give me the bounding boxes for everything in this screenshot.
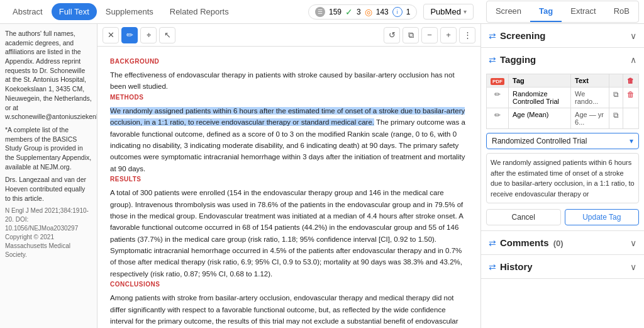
cancel-button[interactable]: Cancel	[486, 209, 561, 225]
screening-chevron-icon: ∨	[630, 31, 636, 41]
highlighted-text: We randomly assigned patients within 6 h…	[110, 107, 465, 126]
tag-dropdown[interactable]: Randomized Controlled Trial ▾	[486, 133, 639, 149]
row2-copy-icon[interactable]: ⧉	[609, 108, 623, 129]
tag-textarea[interactable]	[486, 153, 639, 203]
section-conclusions-text: Among patients with stroke from basilar-…	[110, 292, 468, 328]
zoom-in-tool[interactable]: +	[440, 27, 457, 43]
tagging-header[interactable]: ⇄ Tagging ∧	[481, 48, 644, 71]
tagging-refresh-icon: ⇄	[489, 55, 496, 65]
section-results-text: A total of 300 patients were enrolled (1…	[110, 187, 468, 280]
pencil-icon: ✏	[494, 111, 501, 120]
tagging-section: ⇄ Tagging ∧ PDF Tag Text	[481, 48, 644, 231]
trash-icon: 🗑	[627, 90, 635, 99]
tab-extract[interactable]: Extract	[562, 1, 604, 22]
top-nav: Abstract Full Text Supplements Related R…	[0, 0, 644, 24]
history-title: History	[500, 261, 533, 272]
col-copy	[609, 74, 623, 88]
stat-flagged-value: 1	[406, 8, 411, 16]
section-results: RESULTS A total of 300 patients were enr…	[110, 174, 468, 280]
right-panel-tabs: Screen Tag Extract RoB	[486, 1, 639, 23]
row1-copy-icon[interactable]: ⧉	[609, 88, 623, 108]
tag-table: PDF Tag Text 🗑 ✏ Randomize Controlled Tr…	[486, 74, 639, 129]
stat-total-value: 159	[329, 8, 341, 16]
section-methods-text: We randomly assigned patients within 6 h…	[110, 105, 468, 174]
zoom-out-tool[interactable]: −	[421, 27, 438, 43]
stat-pending-icon: ◎	[365, 7, 372, 17]
section-results-title: RESULTS	[110, 174, 468, 184]
comments-count-badge: (0)	[553, 239, 564, 248]
tab-supplements[interactable]: Supplements	[98, 3, 161, 20]
section-background-title: BACKGROUND	[110, 57, 468, 67]
copy-tool[interactable]: ⧉	[402, 27, 419, 43]
article-sidebar: The authors' full names, academic degree…	[0, 24, 97, 328]
col-pdf-icon: PDF	[487, 74, 509, 88]
comments-refresh-icon: ⇄	[489, 238, 496, 248]
section-conclusions: CONCLUSIONS Among patients with stroke f…	[110, 280, 468, 328]
tab-rob[interactable]: RoB	[605, 1, 638, 22]
trash-header-icon: 🗑	[627, 77, 634, 84]
pencil-icon: ✏	[494, 90, 501, 99]
row1-trash-icon[interactable]: 🗑	[623, 88, 639, 108]
comments-chevron-icon: ∨	[630, 238, 636, 248]
stat-pending-value: 143	[376, 8, 389, 16]
table-row: ✏ Randomize Controlled Trial We rando...…	[487, 88, 639, 108]
tab-related-reports[interactable]: Related Reports	[162, 3, 236, 20]
tab-screen[interactable]: Screen	[487, 1, 530, 22]
copy-icon: ⧉	[613, 111, 619, 120]
stat-checked-icon: ✓	[345, 7, 353, 17]
history-refresh-icon: ⇄	[489, 262, 496, 272]
row2-text: Age — yr 6...	[571, 108, 609, 129]
comments-header[interactable]: ⇄ Comments (0) ∨	[481, 231, 644, 254]
stat-checked-value: 3	[357, 8, 361, 16]
arrow-tool[interactable]: ↖	[159, 27, 175, 43]
pencil-tool[interactable]: ✏	[121, 27, 138, 43]
col-trash: 🗑	[623, 74, 639, 88]
lasso-tool[interactable]: ⌖	[140, 27, 157, 43]
row1-pencil[interactable]: ✏	[487, 88, 509, 108]
tagging-chevron-icon: ∧	[630, 55, 636, 65]
pubmed-chevron-icon: ▾	[464, 8, 467, 15]
history-header[interactable]: ⇄ History ∨	[481, 255, 644, 278]
screening-header[interactable]: ⇄ Screening ∨	[481, 24, 644, 47]
col-text: Text	[571, 74, 609, 88]
sidebar-text-basics: *A complete list of the members of the B…	[5, 125, 92, 171]
pubmed-button[interactable]: PubMed ▾	[423, 4, 473, 20]
tab-abstract[interactable]: Abstract	[5, 3, 50, 20]
sidebar-text-affiliations: The authors' full names, academic degree…	[5, 29, 92, 122]
row1-text: We rando...	[571, 88, 609, 108]
sidebar-citation: N Engl J Med 2021;384:1910-20. DOI: 10.1…	[5, 206, 92, 259]
tagging-title: Tagging	[500, 54, 536, 65]
tag-dropdown-container: Randomized Controlled Trial ▾	[486, 133, 639, 149]
section-background: BACKGROUND The effectiveness of endovasc…	[110, 57, 468, 93]
update-tag-button[interactable]: Update Tag	[565, 209, 640, 225]
article-content: BACKGROUND The effectiveness of endovasc…	[97, 47, 480, 328]
section-conclusions-title: CONCLUSIONS	[110, 280, 468, 290]
comments-section: ⇄ Comments (0) ∨	[481, 231, 644, 255]
screening-refresh-icon: ⇄	[489, 31, 496, 41]
stats-bar: ☰ 159 ✓ 3 ◎ 143 i 1	[308, 4, 417, 20]
section-methods: METHODS We randomly assigned patients wi…	[110, 93, 468, 174]
copy-icon: ⧉	[613, 90, 619, 99]
section-background-text: The effectiveness of endovascular therap…	[110, 69, 468, 93]
cursor-tool[interactable]: ✕	[103, 27, 119, 43]
screening-title: Screening	[500, 30, 546, 41]
screening-section: ⇄ Screening ∨	[481, 24, 644, 48]
stat-total-icon: ☰	[315, 7, 325, 17]
comments-title: Comments (0)	[500, 237, 564, 248]
tab-tag[interactable]: Tag	[530, 1, 562, 22]
tagging-content: PDF Tag Text 🗑 ✏ Randomize Controlled Tr…	[481, 71, 644, 230]
row2-pencil[interactable]: ✏	[487, 108, 509, 129]
section-methods-title: METHODS	[110, 93, 468, 103]
more-tool[interactable]: ⋮	[459, 27, 475, 43]
history-chevron-icon: ∨	[630, 262, 636, 272]
row2-trash-icon[interactable]	[623, 108, 639, 129]
right-panel: ⇄ Screening ∨ ⇄ Tagging ∧	[480, 24, 644, 328]
refresh-tool[interactable]: ↺	[384, 27, 400, 43]
center-toolbar: ✕ ✏ ⌖ ↖ ↺ ⧉ − + ⋮	[97, 24, 480, 47]
sidebar-text-contributors: Drs. Langezaal and van der Hoeven contri…	[5, 175, 92, 203]
dropdown-value: Randomized Controlled Trial	[492, 137, 587, 145]
tab-fulltext[interactable]: Full Text	[52, 3, 97, 20]
table-row: ✏ Age (Mean) Age — yr 6... ⧉	[487, 108, 639, 129]
row2-tag: Age (Mean)	[509, 108, 571, 129]
history-section: ⇄ History ∨	[481, 255, 644, 279]
